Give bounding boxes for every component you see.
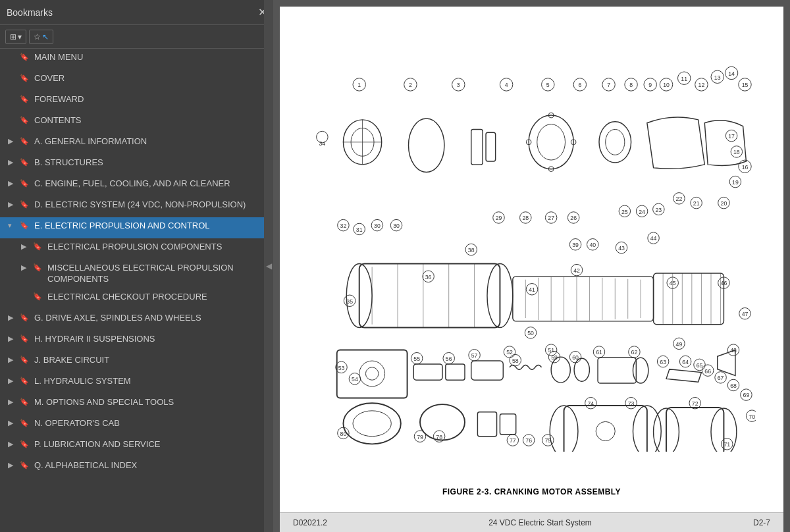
bookmark-item-m-options[interactable]: ▶🔖M. OPTIONS AND SPECIAL TOOLS xyxy=(0,394,273,415)
svg-text:22: 22 xyxy=(675,196,682,202)
svg-text:26: 26 xyxy=(570,215,577,221)
svg-rect-168 xyxy=(598,358,636,383)
bookmark-label: C. ENGINE, FUEL, COOLING, AND AIR CLEANE… xyxy=(34,178,268,190)
bookmark-icon: 🔖 xyxy=(20,356,30,364)
bookmark-item-p-lubrication[interactable]: ▶🔖P. LUBRICATION AND SERVICE xyxy=(0,436,273,457)
svg-text:56: 56 xyxy=(445,356,452,362)
expand-arrow-icon: ▶ xyxy=(8,334,17,343)
bookmark-item-j-brake[interactable]: ▶🔖J. BRAKE CIRCUIT xyxy=(0,352,273,373)
svg-text:74: 74 xyxy=(587,400,594,407)
svg-text:68: 68 xyxy=(730,383,737,389)
svg-rect-157 xyxy=(471,361,503,380)
bookmark-item-e-propulsion[interactable]: ▾🔖E. ELECTRIC PROPULSION AND CONTROL xyxy=(0,217,273,238)
svg-text:38: 38 xyxy=(467,247,474,253)
bookmarks-panel: Bookmarks ✕ ⊞ ▾ ☆ ↖ 🔖MAIN MENU🔖COVER🔖FOR… xyxy=(0,0,273,532)
main-content: 1 2 3 4 5 6 7 8 xyxy=(273,0,790,532)
svg-text:11: 11 xyxy=(681,76,687,82)
svg-text:66: 66 xyxy=(704,368,711,375)
bookmark-label: B. STRUCTURES xyxy=(34,157,268,169)
bookmark-item-d-electric[interactable]: ▶🔖D. ELECTRIC SYSTEM (24 VDC, NON-PROPUL… xyxy=(0,196,273,217)
bookmark-icon: 🔖 xyxy=(33,292,43,301)
svg-text:35: 35 xyxy=(346,298,353,305)
view-options-button[interactable]: ⊞ ▾ xyxy=(5,30,26,44)
svg-text:39: 39 xyxy=(572,242,579,248)
bookmark-item-h-hydrair[interactable]: ▶🔖H. HYDRAIR II SUSPENSIONS xyxy=(0,331,273,352)
bookmark-icon: 🔖 xyxy=(20,116,30,124)
svg-text:25: 25 xyxy=(621,209,627,215)
svg-text:20: 20 xyxy=(720,200,727,207)
bookmark-item-foreward[interactable]: 🔖FOREWARD xyxy=(0,91,273,112)
bookmark-label: G. DRIVE AXLE, SPINDLES AND WHEELS xyxy=(34,313,268,324)
svg-rect-154 xyxy=(445,364,464,380)
svg-point-146 xyxy=(365,367,378,380)
bookmark-item-q-alphabetical[interactable]: ▶🔖Q. ALPHABETICAL INDEX xyxy=(0,457,273,478)
svg-text:12: 12 xyxy=(698,82,704,88)
bookmark-item-c-engine[interactable]: ▶🔖C. ENGINE, FUEL, COOLING, AND AIR CLEA… xyxy=(0,175,273,196)
svg-point-36 xyxy=(408,119,444,173)
bookmark-item-g-drive[interactable]: ▶🔖G. DRIVE AXLE, SPINDLES AND WHEELS xyxy=(0,309,273,331)
svg-text:4: 4 xyxy=(504,82,508,88)
svg-text:44: 44 xyxy=(650,235,656,242)
cursor-icon: ↖ xyxy=(42,32,49,41)
svg-point-145 xyxy=(359,361,384,386)
svg-text:40: 40 xyxy=(589,242,596,248)
bookmark-label: COVER xyxy=(34,73,268,84)
svg-point-192 xyxy=(353,411,391,437)
bookmark-item-cover[interactable]: 🔖COVER xyxy=(0,70,273,91)
svg-text:58: 58 xyxy=(512,358,518,364)
bookmark-icon: 🔖 xyxy=(20,53,30,61)
svg-text:21: 21 xyxy=(693,200,699,207)
add-bookmark-button[interactable]: ☆ ↖ xyxy=(29,30,53,44)
bookmark-label: L. HYDRAULIC SYSTEM xyxy=(34,376,268,387)
svg-text:17: 17 xyxy=(728,133,735,140)
expand-arrow-icon: ▶ xyxy=(8,137,17,146)
svg-point-39 xyxy=(529,115,573,169)
svg-text:30: 30 xyxy=(374,223,381,229)
expand-arrow-icon: ▶ xyxy=(8,179,17,188)
svg-text:15: 15 xyxy=(741,82,748,88)
svg-point-211 xyxy=(596,421,615,440)
svg-text:73: 73 xyxy=(627,400,634,407)
svg-text:50: 50 xyxy=(527,330,534,336)
svg-text:59: 59 xyxy=(551,354,558,361)
bookmark-item-a-general[interactable]: ▶🔖A. GENERAL INFORMATION xyxy=(0,133,273,154)
bookmark-icon: 🔖 xyxy=(20,200,30,209)
svg-text:2: 2 xyxy=(408,82,411,88)
svg-text:42: 42 xyxy=(573,267,580,274)
svg-rect-151 xyxy=(413,364,442,380)
bookmark-icon: 🔖 xyxy=(20,313,30,322)
svg-text:52: 52 xyxy=(506,349,513,356)
bookmark-item-main-menu[interactable]: 🔖MAIN MENU xyxy=(0,49,273,70)
svg-text:69: 69 xyxy=(743,392,749,398)
svg-text:30: 30 xyxy=(393,223,400,229)
svg-text:78: 78 xyxy=(436,434,442,440)
bookmark-icon: 🔖 xyxy=(20,461,30,469)
svg-rect-37 xyxy=(471,129,482,164)
bookmark-icon: 🔖 xyxy=(20,74,30,82)
bookmark-label: P. LUBRICATION AND SERVICE xyxy=(34,439,268,450)
bookmark-icon: 🔖 xyxy=(33,263,43,272)
bookmark-item-l-hydraulic[interactable]: ▶🔖L. HYDRAULIC SYSTEM xyxy=(0,373,273,394)
svg-text:27: 27 xyxy=(548,215,554,221)
cranking-motor-diagram: 1 2 3 4 5 6 7 8 xyxy=(308,50,756,452)
svg-text:10: 10 xyxy=(663,82,670,88)
bookmark-item-contents[interactable]: 🔖CONTENTS xyxy=(0,112,273,133)
svg-text:64: 64 xyxy=(682,359,689,365)
svg-text:79: 79 xyxy=(417,434,423,440)
bookmark-item-e-sub2[interactable]: ▶🔖MISCELLANEOUS ELECTRICAL PROPULSION CO… xyxy=(0,259,273,288)
bookmark-item-e-sub3[interactable]: 🔖ELECTRICAL CHECKOUT PROCEDURE xyxy=(0,288,273,309)
svg-text:49: 49 xyxy=(675,341,682,348)
svg-text:16: 16 xyxy=(741,164,748,171)
footer-left: D02021.2 xyxy=(293,518,327,527)
svg-text:9: 9 xyxy=(648,82,652,88)
bookmark-item-n-operator[interactable]: ▶🔖N. OPERATOR'S CAB xyxy=(0,415,273,436)
bookmark-label: H. HYDRAIR II SUSPENSIONS xyxy=(34,334,268,345)
svg-text:19: 19 xyxy=(732,179,739,186)
footer-center: 24 VDC Electric Start System xyxy=(488,518,592,527)
svg-rect-201 xyxy=(500,414,515,435)
bookmark-icon: 🔖 xyxy=(20,137,30,146)
resize-handle[interactable]: ◀ xyxy=(264,0,273,532)
expand-arrow-icon: ▶ xyxy=(8,356,17,364)
bookmark-item-b-structures[interactable]: ▶🔖B. STRUCTURES xyxy=(0,154,273,175)
bookmark-item-e-sub1[interactable]: ▶🔖ELECTRICAL PROPULSION COMPONENTS xyxy=(0,238,273,259)
